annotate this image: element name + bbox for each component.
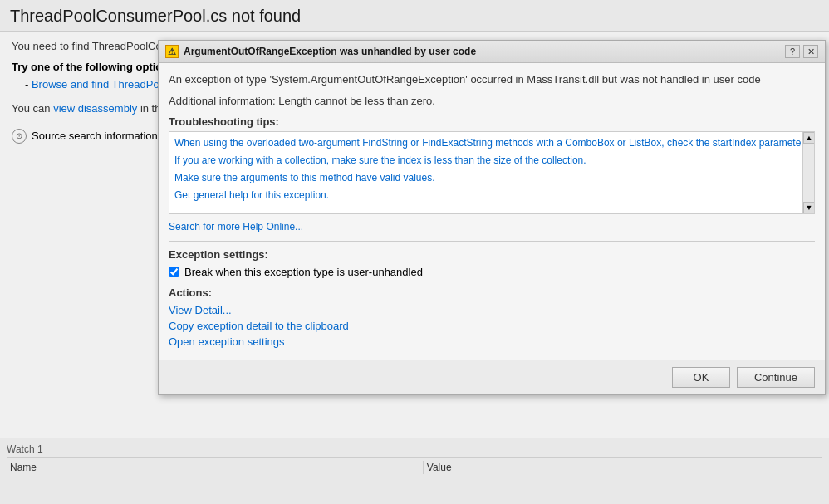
scroll-up-btn[interactable]: ▲ [803,132,815,144]
disassembly-prefix: You can [12,102,53,115]
page-title: ThreadPoolConsumerPool.cs not found [10,7,819,26]
exception-dialog: ⚠ ArgumentOutOfRangeException was unhand… [158,40,826,395]
tips-scrollbar: ▲ ▼ [802,132,814,213]
ok-button[interactable]: OK [672,367,730,388]
content-area: You need to find ThreadPoolConsumerPool.… [0,32,829,438]
watch-col-value: Value [423,461,822,474]
bottom-panel: Watch 1 Name Value [0,438,829,504]
tip-2[interactable]: If you are working with a collection, ma… [174,153,809,168]
tips-content: When using the overloaded two-argument F… [169,132,814,208]
dialog-title-text: ArgumentOutOfRangeException was unhandle… [184,46,780,57]
watch-title: Watch 1 [7,442,822,458]
actions-section: Actions: View Detail... Copy exception d… [169,286,815,348]
view-disassembly-link[interactable]: view disassembly [53,102,137,115]
watch-col-name: Name [7,461,423,474]
continue-button[interactable]: Continue [737,367,815,388]
help-button[interactable]: ? [785,45,800,58]
source-search-label: Source search information [32,130,158,142]
troubleshooting-header: Troubleshooting tips: [169,115,815,128]
left-panel: You need to find ThreadPoolConsumerPool.… [0,32,829,438]
break-checkbox[interactable] [169,267,179,277]
break-checkbox-row: Break when this exception type is user-u… [169,266,815,278]
tip-3[interactable]: Make sure the arguments to this method h… [174,170,809,185]
divider-1 [169,241,815,242]
copy-exception-link[interactable]: Copy exception detail to the clipboard [169,320,815,332]
tip-1[interactable]: When using the overloaded two-argument F… [174,135,809,150]
dialog-footer: OK Continue [159,360,825,394]
additional-info: Additional information: Length cannot be… [169,95,815,107]
break-label: Break when this exception type is user-u… [184,266,423,278]
dialog-overlay: ⚠ ArgumentOutOfRangeException was unhand… [0,32,829,438]
view-detail-link[interactable]: View Detail... [169,304,815,316]
search-help-link[interactable]: Search for more Help Online... [169,221,815,232]
dialog-controls: ? ✕ [785,45,818,58]
scroll-down-btn[interactable]: ▼ [803,202,815,213]
tip-4[interactable]: Get general help for this exception. [174,188,809,203]
warning-icon: ⚠ [165,45,179,58]
source-search-toggle[interactable]: ⊙ [12,129,27,144]
toggle-icon: ⊙ [16,131,22,140]
dialog-body: An exception of type 'System.ArgumentOut… [159,63,825,360]
option-dash: - [25,78,32,91]
exception-settings-header: Exception settings: [169,248,815,261]
open-settings-link[interactable]: Open exception settings [169,335,815,348]
actions-header: Actions: [169,286,815,299]
dialog-title-bar: ⚠ ArgumentOutOfRangeException was unhand… [159,41,825,63]
main-window: ThreadPoolConsumerPool.cs not found You … [0,0,829,504]
scroll-thumb-area [803,144,814,202]
title-bar: ThreadPoolConsumerPool.cs not found [0,0,829,32]
exception-main-text: An exception of type 'System.ArgumentOut… [169,71,815,88]
tips-box: When using the overloaded two-argument F… [169,131,815,214]
close-button[interactable]: ✕ [803,45,818,58]
watch-table: Name Value [7,461,822,474]
